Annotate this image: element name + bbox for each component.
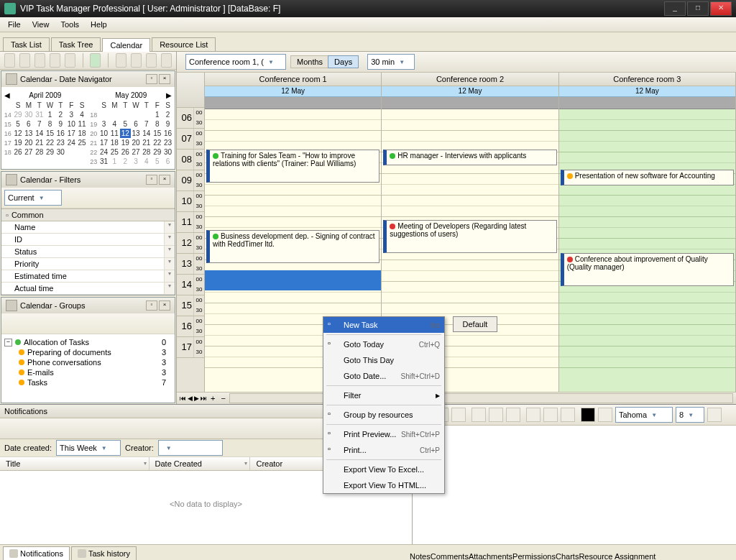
tree-item[interactable]: Preparing of documents3 bbox=[19, 347, 172, 357]
bold-icon[interactable] bbox=[472, 408, 486, 422]
toolbar-btn[interactable] bbox=[451, 408, 466, 422]
toolbar-btn[interactable] bbox=[131, 53, 142, 68]
toolbar-btn[interactable] bbox=[598, 408, 612, 422]
nav-remove-icon[interactable]: − bbox=[218, 394, 227, 403]
font-family-combo[interactable]: Tahoma▼ bbox=[615, 407, 673, 423]
italic-icon[interactable] bbox=[489, 408, 503, 422]
context-menu-item[interactable]: ▫ New Task Ins bbox=[323, 317, 444, 333]
nav-prev-icon[interactable]: ◀ bbox=[188, 395, 193, 402]
tab-notifications[interactable]: Notifications bbox=[3, 546, 70, 560]
dropdown-icon[interactable]: ▾ bbox=[144, 460, 147, 467]
context-menu-item[interactable]: Export View To HTML... bbox=[323, 477, 444, 493]
refresh-icon[interactable] bbox=[90, 53, 101, 68]
column-header[interactable]: Title▾ bbox=[0, 457, 150, 470]
filter-row[interactable]: Status▾ bbox=[1, 246, 175, 258]
collapse-icon[interactable]: − bbox=[4, 339, 12, 346]
dropdown-icon[interactable]: ▾ bbox=[164, 258, 175, 270]
resource-combo[interactable]: Conference room 1, (▼ bbox=[185, 54, 286, 70]
detail-tab[interactable]: Attachments bbox=[469, 552, 512, 560]
default-button[interactable]: Default bbox=[453, 316, 497, 332]
filter-row[interactable]: ID▾ bbox=[1, 234, 175, 246]
detail-tab[interactable]: Charts bbox=[556, 552, 579, 560]
toolbar-btn[interactable] bbox=[19, 53, 30, 68]
tree-root[interactable]: −Allocation of Tasks0 bbox=[4, 337, 172, 347]
prev-month-icon[interactable]: ◀ bbox=[4, 91, 10, 99]
panel-close-icon[interactable]: × bbox=[159, 175, 170, 185]
filter-row[interactable]: Actual time▾ bbox=[1, 283, 175, 295]
tab-task-tree[interactable]: Task Tree bbox=[51, 37, 101, 51]
context-menu-item[interactable]: ▫ Goto Today Ctrl+Q bbox=[323, 336, 444, 352]
context-menu-item[interactable]: Goto This Day bbox=[323, 352, 444, 368]
underline-icon[interactable] bbox=[506, 408, 520, 422]
allday-row[interactable] bbox=[382, 97, 558, 109]
toolbar-btn[interactable] bbox=[161, 53, 172, 68]
filter-preset-combo[interactable]: Current▼ bbox=[4, 190, 62, 206]
minimize-button[interactable]: _ bbox=[664, 1, 686, 16]
toolbar-btn[interactable] bbox=[50, 53, 60, 68]
panel-close-icon[interactable]: × bbox=[159, 74, 170, 84]
align-right-icon[interactable] bbox=[561, 408, 575, 422]
context-menu-item[interactable]: Goto Date... Shift+Ctrl+D bbox=[323, 368, 444, 384]
menu-view[interactable]: View bbox=[27, 19, 55, 30]
nav-first-icon[interactable]: ⏮ bbox=[180, 395, 186, 402]
toolbar-btn[interactable] bbox=[34, 53, 45, 68]
filter-row[interactable]: Name▾ bbox=[1, 221, 175, 234]
panel-pin-icon[interactable]: ▫ bbox=[146, 74, 157, 84]
menu-file[interactable]: File bbox=[3, 19, 26, 30]
calendar-event[interactable]: HR manager - Interviews with applicants bbox=[383, 150, 556, 165]
dropdown-icon[interactable]: ▾ bbox=[164, 221, 175, 233]
context-menu-item[interactable]: Filter ▶ bbox=[323, 387, 444, 403]
date-created-combo[interactable]: This Week▼ bbox=[56, 440, 121, 456]
month-grid[interactable]: SMTWTFS142930311234155678910111612131415… bbox=[3, 101, 88, 157]
tab-task-history[interactable]: Task history bbox=[71, 546, 137, 560]
context-menu-item[interactable]: ▫ Group by resources bbox=[323, 407, 444, 423]
h-scrollbar[interactable] bbox=[229, 393, 733, 403]
font-size-combo[interactable]: 8▼ bbox=[676, 407, 704, 423]
dropdown-icon[interactable]: ▾ bbox=[244, 460, 247, 467]
panel-close-icon[interactable]: × bbox=[159, 300, 170, 311]
tree-item[interactable]: Phone conversations3 bbox=[19, 357, 172, 367]
menu-help[interactable]: Help bbox=[86, 19, 112, 30]
context-menu-item[interactable]: ▫ Print... Ctrl+P bbox=[323, 442, 444, 458]
detail-body[interactable] bbox=[413, 426, 736, 544]
column-header[interactable]: Creator▾ bbox=[250, 457, 331, 470]
font-color-icon[interactable] bbox=[581, 408, 595, 422]
calendar-event[interactable]: Training for Sales Team - "How to improv… bbox=[206, 150, 380, 183]
time-selection[interactable] bbox=[205, 270, 381, 290]
nav-add-icon[interactable]: + bbox=[208, 394, 217, 403]
detail-tab[interactable]: Comments bbox=[431, 552, 469, 560]
dropdown-icon[interactable]: ▾ bbox=[164, 283, 175, 294]
seg-months[interactable]: Months bbox=[291, 56, 328, 68]
tree-item[interactable]: Tasks7 bbox=[19, 377, 172, 387]
detail-tab[interactable]: Permissions bbox=[512, 552, 556, 560]
filter-row[interactable]: Estimated time▾ bbox=[1, 270, 175, 283]
allday-row[interactable] bbox=[559, 97, 735, 109]
toolbar-btn[interactable] bbox=[707, 408, 722, 422]
filter-row[interactable]: Priority▾ bbox=[1, 258, 175, 270]
calendar-event[interactable]: Business development dep. - Signing of c… bbox=[206, 230, 380, 263]
toolbar-btn[interactable] bbox=[65, 53, 75, 68]
context-menu-item[interactable]: Export View To Excel... bbox=[323, 462, 444, 477]
next-month-icon[interactable]: ▶ bbox=[166, 91, 172, 99]
toolbar-btn[interactable] bbox=[116, 53, 126, 68]
context-menu-item[interactable]: ▫ Print Preview... Shift+Ctrl+P bbox=[323, 426, 444, 442]
tab-calendar[interactable]: Calendar bbox=[102, 38, 150, 52]
calendar-event[interactable]: Meeting of Developers (Regarding latest … bbox=[383, 220, 556, 253]
detail-tab[interactable]: Resource Assignment bbox=[579, 552, 656, 560]
creator-combo[interactable]: ▼ bbox=[158, 440, 223, 456]
interval-combo[interactable]: 30 min▼ bbox=[367, 54, 415, 70]
calendar-event[interactable]: Conference about improvement of Quality … bbox=[561, 253, 734, 286]
toolbar-btn[interactable] bbox=[4, 53, 15, 68]
align-center-icon[interactable] bbox=[543, 408, 558, 422]
tab-resource-list[interactable]: Resource List bbox=[152, 37, 216, 51]
dropdown-icon[interactable]: ▾ bbox=[164, 234, 175, 245]
filter-group-header[interactable]: ▫Common bbox=[1, 208, 175, 221]
nav-next-icon[interactable]: ▶ bbox=[194, 395, 199, 402]
align-left-icon[interactable] bbox=[526, 408, 540, 422]
dropdown-icon[interactable]: ▾ bbox=[164, 270, 175, 282]
maximize-button[interactable]: □ bbox=[687, 1, 709, 16]
tab-task-list[interactable]: Task List bbox=[3, 37, 50, 51]
toolbar-btn[interactable] bbox=[146, 53, 157, 68]
calendar-event[interactable]: Presentation of new software for Account… bbox=[561, 170, 734, 185]
tree-item[interactable]: E-mails3 bbox=[19, 367, 172, 377]
